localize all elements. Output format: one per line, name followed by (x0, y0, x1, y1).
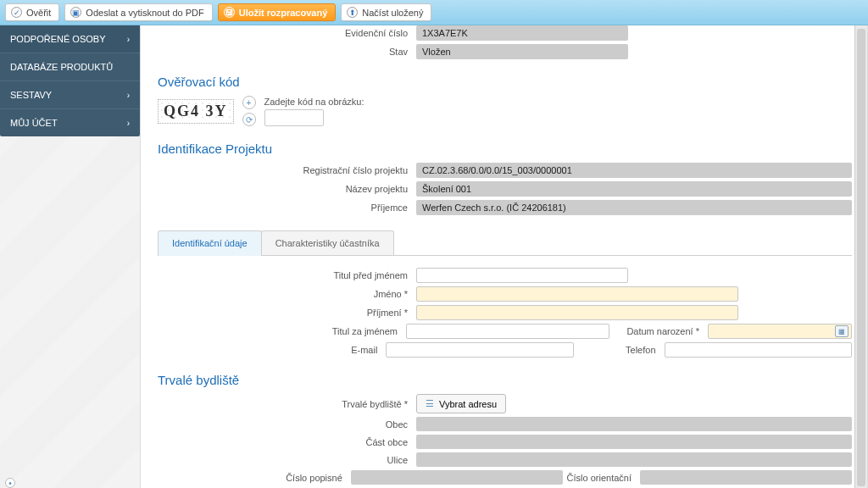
top-toolbar: ✓ Ověřit ▣ Odeslat a vytisknout do PDF 🖫… (0, 0, 868, 25)
load-saved-button[interactable]: ⬆ Načíst uložený (341, 3, 431, 21)
project-title: Identifikace Projektu (158, 141, 852, 156)
co-label: Číslo orientační (563, 473, 640, 483)
sidebar-item-label: MŮJ ÚČET (10, 118, 58, 128)
list-icon: ☰ (426, 398, 434, 409)
stav-label: Stav (158, 47, 416, 57)
stav-value: Vložen (416, 44, 628, 59)
title-after-label: Titul za jménem (158, 326, 406, 336)
obec-label: Obec (158, 419, 416, 430)
part-label: Část obce (158, 437, 416, 447)
first-name-input[interactable] (416, 286, 738, 302)
check-icon: ✓ (11, 7, 22, 18)
export-pdf-button[interactable]: ▣ Odeslat a vytisknout do PDF (64, 3, 212, 21)
tabs: Identifikační údaje Charakteristiky účas… (158, 230, 852, 256)
last-name-label: Příjmení * (158, 308, 416, 318)
export-label: Odeslat a vytisknout do PDF (86, 8, 203, 18)
dob-label: Datum narození * (609, 326, 708, 336)
sidebar-item-label: PODPOŘENÉ OSOBY (10, 34, 105, 44)
phone-input[interactable] (665, 342, 852, 358)
sidebar-item-label: SESTAVY (10, 90, 52, 100)
captcha-image: QG4 3Y (158, 99, 234, 124)
co-value (640, 470, 852, 485)
captcha-code: QG4 3Y (164, 103, 228, 119)
upload-icon: ⬆ (347, 7, 358, 18)
evid-label: Evidenční číslo (158, 28, 416, 38)
tab-label: Charakteristiky účastníka (275, 238, 380, 248)
sidebar-item-supported[interactable]: PODPOŘENÉ OSOBY › (0, 25, 140, 53)
email-label: E-mail (158, 345, 386, 355)
pdf-icon: ▣ (70, 7, 81, 18)
calendar-icon[interactable]: ▦ (835, 325, 849, 337)
pick-address-button[interactable]: ☰ Vybrat adresu (416, 394, 506, 413)
first-name-label: Jméno * (158, 289, 416, 299)
chevron-right-icon: › (127, 35, 130, 44)
captcha-title: Ověřovací kód (158, 75, 852, 89)
part-value (416, 435, 852, 449)
sidebar-item-reports[interactable]: SESTAVY › (0, 80, 140, 108)
chevron-right-icon: › (127, 91, 130, 100)
project-recip-value: Werfen Czech s.r.o. (IČ 24206181) (416, 200, 852, 215)
title-after-input[interactable] (406, 324, 609, 339)
email-input[interactable] (386, 342, 573, 358)
save-wip-label: Uložit rozpracovaný (239, 8, 328, 18)
verify-button[interactable]: ✓ Ověřit (5, 3, 59, 21)
sidebar-item-account[interactable]: MŮJ ÚČET › (0, 108, 140, 136)
captcha-refresh-icon[interactable]: ⟳ (242, 113, 256, 126)
captcha-input[interactable] (264, 109, 324, 126)
tab-characteristics[interactable]: Charakteristiky účastníka (261, 230, 394, 255)
captcha-instruction: Zadejte kód na obrázku: (264, 97, 364, 107)
load-label: Načíst uložený (362, 8, 423, 18)
title-before-label: Titul před jménem (158, 270, 416, 280)
sidebar: PODPOŘENÉ OSOBY › DATABÁZE PRODUKTŮ SEST… (0, 25, 140, 488)
evid-value: 1X3A7E7K (416, 25, 628, 41)
save-wip-button[interactable]: 🖫 Uložit rozpracovaný (218, 3, 337, 21)
identification-form: Titul před jménem Jméno * Příjmení * Tit… (158, 256, 852, 358)
perm-address-label: Trvalé bydliště * (158, 399, 416, 409)
last-name-input[interactable] (416, 305, 738, 320)
dob-input[interactable] (708, 324, 852, 339)
cp-value (351, 470, 563, 485)
sidebar-item-label: DATABÁZE PRODUKTŮ (10, 62, 113, 72)
chevron-right-icon: › (127, 119, 130, 128)
project-reg-value: CZ.02.3.68/0.0/0.0/15_003/0000001 (416, 163, 852, 178)
pick-address-label: Vybrat adresu (439, 399, 497, 409)
vertical-scrollbar[interactable] (854, 25, 867, 488)
bullet-icon: • (5, 478, 15, 488)
project-name-value: Školení 001 (416, 181, 852, 197)
captcha-add-icon[interactable]: + (242, 96, 256, 109)
save-icon: 🖫 (224, 7, 235, 18)
address-title: Trvalé bydliště (158, 373, 852, 387)
main-content: Evidenční číslo 1X3A7E7K Stav Vložen Ově… (140, 25, 868, 488)
tab-identification[interactable]: Identifikační údaje (158, 230, 262, 255)
cp-label: Číslo popisné (158, 473, 351, 483)
verify-label: Ověřit (26, 8, 51, 18)
title-before-input[interactable] (416, 268, 628, 283)
tab-label: Identifikační údaje (172, 238, 248, 248)
project-reg-label: Registrační číslo projektu (158, 165, 416, 175)
bottom-status-link[interactable]: • (5, 478, 19, 488)
sidebar-item-products[interactable]: DATABÁZE PRODUKTŮ (0, 53, 140, 80)
project-recip-label: Příjemce (158, 202, 416, 213)
obec-value (416, 417, 852, 431)
street-label: Ulice (158, 455, 416, 465)
phone-label: Telefon (574, 345, 665, 355)
project-name-label: Název projektu (158, 184, 416, 194)
street-value (416, 452, 852, 467)
